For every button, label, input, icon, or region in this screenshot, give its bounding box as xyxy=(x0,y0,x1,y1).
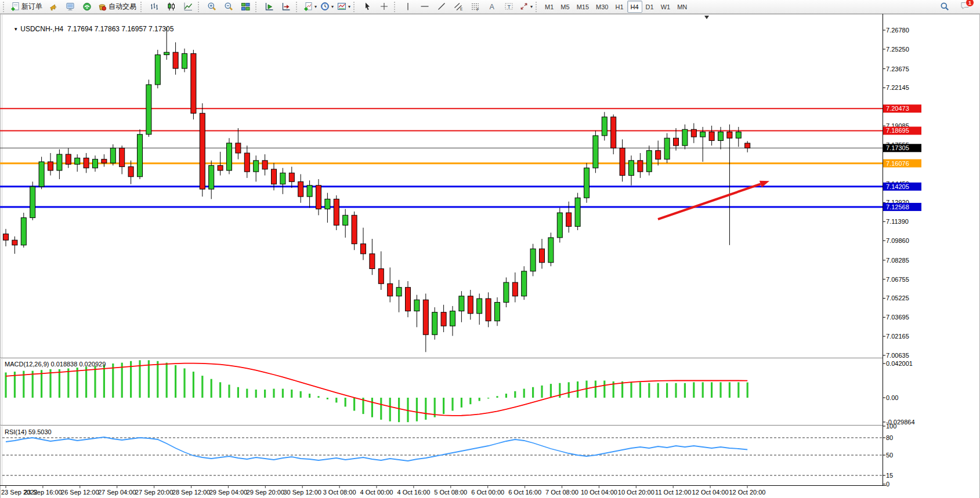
candle[interactable] xyxy=(343,215,348,225)
candle[interactable] xyxy=(155,54,160,84)
chart-shift-button[interactable] xyxy=(278,0,295,13)
candle[interactable] xyxy=(325,199,330,209)
candle[interactable] xyxy=(414,300,420,311)
shapes-button[interactable]: ▾ xyxy=(518,0,534,13)
timeframe-m15-button[interactable]: M15 xyxy=(573,1,592,13)
candle[interactable] xyxy=(450,311,455,326)
candle[interactable] xyxy=(441,312,446,326)
candle[interactable] xyxy=(218,165,223,170)
candle[interactable] xyxy=(227,143,232,170)
candle[interactable] xyxy=(646,151,652,172)
periods-button[interactable]: ▾ xyxy=(319,0,335,13)
cursor-button[interactable] xyxy=(359,0,376,13)
candle[interactable] xyxy=(102,159,107,163)
candle[interactable] xyxy=(530,249,536,271)
candle[interactable] xyxy=(566,213,572,227)
candle[interactable] xyxy=(262,161,267,169)
add-indicator-button[interactable]: ▾ xyxy=(302,0,319,13)
chart-shift-end-button[interactable] xyxy=(261,0,278,13)
candle[interactable] xyxy=(718,132,724,141)
candle[interactable] xyxy=(459,296,464,311)
candle[interactable] xyxy=(146,85,151,135)
candle[interactable] xyxy=(548,238,554,263)
dropdown-caret-icon[interactable]: ▾ xyxy=(530,5,533,9)
toolbar-group-handle[interactable] xyxy=(353,2,357,12)
timeframe-d1-button[interactable]: D1 xyxy=(642,1,657,13)
candle[interactable] xyxy=(173,52,178,68)
candle[interactable] xyxy=(138,135,143,177)
toolbar-group-handle[interactable] xyxy=(536,2,539,12)
candle[interactable] xyxy=(182,53,187,68)
timeframe-h4-button[interactable]: H4 xyxy=(627,1,642,13)
candle[interactable] xyxy=(289,173,294,181)
candle[interactable] xyxy=(486,299,491,321)
candle[interactable] xyxy=(48,162,53,170)
candle[interactable] xyxy=(352,215,357,243)
candle[interactable] xyxy=(244,153,249,172)
timeframe-mn-button[interactable]: MN xyxy=(674,1,690,13)
candle[interactable] xyxy=(30,187,35,218)
candle[interactable] xyxy=(378,269,384,284)
candle[interactable] xyxy=(674,138,679,146)
candle[interactable] xyxy=(361,244,366,254)
candle[interactable] xyxy=(700,132,706,137)
candle[interactable] xyxy=(12,240,17,245)
candle[interactable] xyxy=(691,129,696,137)
candle[interactable] xyxy=(664,138,670,159)
candle[interactable] xyxy=(745,143,750,148)
timeframe-w1-button[interactable]: W1 xyxy=(657,1,674,13)
candle[interactable] xyxy=(512,282,518,296)
toolbar-group-handle[interactable] xyxy=(198,2,201,12)
candle[interactable] xyxy=(316,186,321,209)
candle[interactable] xyxy=(209,165,214,189)
candle[interactable] xyxy=(57,154,62,170)
text-button[interactable]: A xyxy=(484,0,501,13)
timeframe-m1-button[interactable]: M1 xyxy=(541,1,557,13)
candle[interactable] xyxy=(110,148,115,163)
candle[interactable] xyxy=(406,288,411,311)
candle[interactable] xyxy=(682,129,688,146)
candle[interactable] xyxy=(611,117,616,148)
candle[interactable] xyxy=(575,198,580,226)
candle[interactable] xyxy=(280,173,285,184)
candle[interactable] xyxy=(602,117,607,136)
candle[interactable] xyxy=(522,271,527,296)
terminal-button[interactable] xyxy=(62,0,79,13)
chart-window[interactable]: 7.267807.252507.236757.221457.190857.175… xyxy=(0,14,980,498)
search-button[interactable] xyxy=(936,0,953,13)
crosshair-button[interactable] xyxy=(376,0,393,13)
candle[interactable] xyxy=(298,181,303,197)
horizontal-line-button[interactable] xyxy=(417,0,433,13)
candle[interactable] xyxy=(736,132,741,139)
candle[interactable] xyxy=(638,161,643,172)
candle[interactable] xyxy=(128,167,133,177)
candle[interactable] xyxy=(584,168,590,198)
candle[interactable] xyxy=(334,199,339,225)
candle[interactable] xyxy=(656,151,661,159)
line-chart-button[interactable] xyxy=(180,0,197,13)
candle[interactable] xyxy=(593,136,598,168)
new-order-button[interactable]: 新订单 xyxy=(9,0,45,13)
toolbar-group-handle[interactable] xyxy=(255,2,259,12)
candle[interactable] xyxy=(423,300,428,335)
chat-button[interactable]: 1 xyxy=(960,1,970,13)
candle[interactable] xyxy=(307,186,312,197)
candle[interactable] xyxy=(477,299,482,314)
candle[interactable] xyxy=(75,158,80,165)
candle[interactable] xyxy=(191,53,196,113)
dropdown-caret-icon[interactable]: ▾ xyxy=(331,5,334,9)
toolbar-group-handle[interactable] xyxy=(140,2,144,12)
toolbar-group-handle[interactable] xyxy=(296,2,299,12)
candle[interactable] xyxy=(432,312,437,335)
candle[interactable] xyxy=(93,159,98,168)
tile-windows-button[interactable] xyxy=(237,0,254,13)
channel-button[interactable]: E xyxy=(450,0,467,13)
vertical-line-button[interactable] xyxy=(400,0,417,13)
trendline-button[interactable] xyxy=(433,0,450,13)
candle[interactable] xyxy=(540,249,545,263)
candle[interactable] xyxy=(272,169,277,184)
candle[interactable] xyxy=(164,52,169,54)
candle[interactable] xyxy=(504,282,509,302)
candle[interactable] xyxy=(200,113,205,189)
autotrade-button[interactable]: 自动交易 xyxy=(96,0,139,13)
